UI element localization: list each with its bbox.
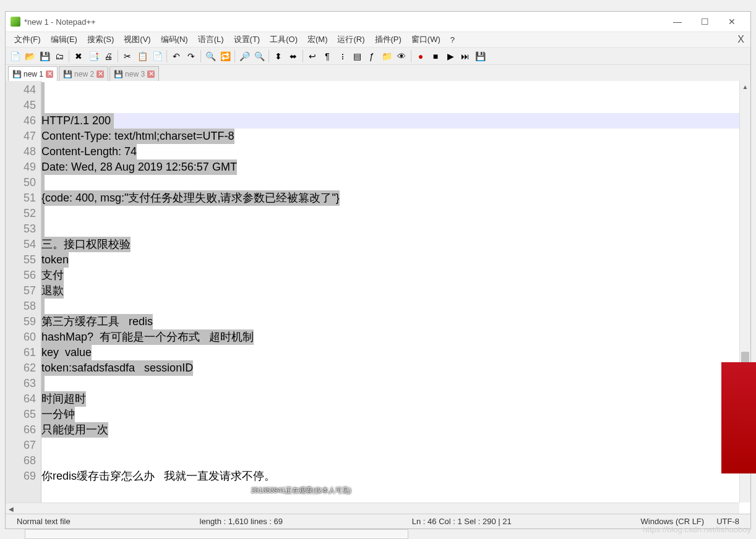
code-line[interactable]: Date: Wed, 28 Aug 2019 12:56:57 GMT: [41, 159, 750, 175]
save-icon[interactable]: 💾: [38, 49, 51, 63]
code-line[interactable]: [41, 221, 750, 237]
stop-macro-icon[interactable]: ■: [429, 49, 442, 63]
wordwrap-icon[interactable]: ↩: [306, 49, 319, 63]
line-number: 63: [6, 376, 36, 391]
separator: [200, 50, 201, 62]
code-line[interactable]: key value: [41, 345, 750, 360]
menu-tools[interactable]: 工具(O): [265, 33, 303, 46]
code-line[interactable]: token: [41, 252, 750, 268]
maximize-button[interactable]: ☐: [691, 13, 718, 30]
line-number: 64: [6, 391, 36, 407]
replace-icon[interactable]: 🔁: [218, 49, 232, 63]
menu-run[interactable]: 运行(R): [332, 33, 369, 46]
app-window: *new 1 - Notepad++ — ☐ ✕ 文件(F) 编辑(E) 搜索(…: [5, 11, 751, 529]
menu-macro[interactable]: 宏(M): [303, 33, 333, 46]
code-line[interactable]: Content-Length: 74: [41, 144, 750, 159]
status-pos: Ln : 46 Col : 1 Sel : 290 | 21: [406, 517, 518, 526]
code-line[interactable]: [41, 206, 750, 221]
func-list-icon[interactable]: ƒ: [365, 49, 379, 63]
editor-area: 4445464748495051525354555657585960616263…: [6, 81, 750, 514]
zoom-in-icon[interactable]: 🔎: [238, 49, 251, 63]
menu-plugins[interactable]: 插件(P): [370, 33, 406, 46]
code-line[interactable]: {code: 400, msg:"支付任务处理失败,请求参数已经被篡改了"}: [41, 190, 750, 206]
code-line[interactable]: [41, 376, 750, 391]
menu-help[interactable]: ?: [445, 34, 460, 46]
code-line[interactable]: 支付: [41, 268, 750, 283]
menu-settings[interactable]: 设置(T): [229, 33, 265, 46]
print-icon[interactable]: 🖨: [101, 49, 115, 63]
tab-new-2[interactable]: 💾new 2✕: [59, 66, 108, 81]
line-number: 69: [6, 469, 36, 484]
code-line[interactable]: 时间超时: [41, 391, 750, 407]
paste-icon[interactable]: 📄: [150, 49, 164, 63]
sync-v-icon[interactable]: ⬍: [272, 49, 285, 63]
redo-icon[interactable]: ↷: [184, 49, 198, 63]
status-mode: Normal text file: [11, 517, 77, 526]
code-line[interactable]: 你redis缓存击穿怎么办 我就一直发请求不停。: [41, 469, 750, 484]
undo-icon[interactable]: ↶: [170, 49, 183, 63]
horizontal-scrollbar[interactable]: ◀: [6, 503, 739, 514]
scroll-up-icon[interactable]: ▲: [740, 81, 750, 92]
menu-encoding[interactable]: 编码(N): [156, 33, 193, 46]
menubar: 文件(F) 编辑(E) 搜索(S) 视图(V) 编码(N) 语言(L) 设置(T…: [6, 32, 750, 48]
tab-close-icon[interactable]: ✕: [147, 70, 155, 78]
cut-icon[interactable]: ✂: [121, 49, 134, 63]
code-line[interactable]: hashMap? 有可能是一个分布式 超时机制: [41, 329, 750, 345]
code-line[interactable]: [41, 82, 750, 98]
tab-close-icon[interactable]: ✕: [46, 70, 53, 78]
sync-h-icon[interactable]: ⬌: [286, 49, 300, 63]
replay-macro-icon[interactable]: ⏭: [458, 49, 472, 63]
tab-close-icon[interactable]: ✕: [97, 70, 104, 78]
save-macro-icon[interactable]: 💾: [473, 49, 487, 63]
code-line[interactable]: token:safadsfasdfa sessionID: [41, 360, 750, 376]
record-macro-icon[interactable]: ●: [414, 49, 427, 63]
code-line[interactable]: 第三方缓存工具 redis: [41, 314, 750, 329]
tab-label: new 2: [74, 70, 94, 79]
save-all-icon[interactable]: 🗂: [53, 49, 66, 63]
menu-search[interactable]: 搜索(S): [82, 33, 119, 46]
separator: [268, 50, 269, 62]
save-status-icon: 💾: [12, 70, 21, 79]
play-macro-icon[interactable]: ▶: [444, 49, 457, 63]
minimize-button[interactable]: —: [664, 13, 691, 30]
new-file-icon[interactable]: 📄: [8, 49, 22, 63]
close-file-icon[interactable]: ✖: [72, 49, 85, 63]
save-status-icon: 💾: [63, 70, 72, 79]
line-number: 55: [6, 252, 36, 268]
code-line[interactable]: 只能使用一次: [41, 422, 750, 438]
folder-icon[interactable]: 📁: [380, 49, 393, 63]
line-number: 58: [6, 299, 36, 314]
doc-map-icon[interactable]: ▤: [350, 49, 364, 63]
code-line[interactable]: Content-Type: text/html;charset=UTF-8: [41, 129, 750, 144]
close-doc-button[interactable]: X: [737, 34, 744, 45]
indent-guide-icon[interactable]: ⫶: [335, 49, 349, 63]
code-line[interactable]: [41, 438, 750, 453]
tab-new-3[interactable]: 💾new 3✕: [110, 66, 159, 81]
code-line[interactable]: [41, 98, 750, 113]
all-chars-icon[interactable]: ¶: [320, 49, 334, 63]
scroll-left-icon[interactable]: ◀: [6, 503, 17, 514]
zoom-out-icon[interactable]: 🔍: [252, 49, 266, 63]
code-line[interactable]: [41, 453, 750, 469]
menu-language[interactable]: 语言(L): [193, 33, 229, 46]
code-line[interactable]: 三。接口权限校验: [41, 237, 750, 252]
find-icon[interactable]: 🔍: [204, 49, 217, 63]
code-line[interactable]: [41, 299, 750, 314]
line-number: 44: [6, 82, 36, 98]
tab-new-1[interactable]: 💾new 1✕: [8, 66, 58, 81]
menu-view[interactable]: 视图(V): [119, 33, 155, 46]
code-line[interactable]: 一分钟: [41, 407, 750, 422]
monitor-icon[interactable]: 👁: [395, 49, 408, 63]
code-line[interactable]: [41, 175, 750, 190]
code-line[interactable]: 退款: [41, 283, 750, 299]
close-button[interactable]: ✕: [718, 13, 745, 30]
code-editor[interactable]: HTTP/1.1 200 Content-Type: text/html;cha…: [41, 81, 750, 514]
close-all-icon[interactable]: 📑: [87, 49, 100, 63]
tabbar: 💾new 1✕💾new 2✕💾new 3✕: [6, 65, 750, 81]
copy-icon[interactable]: 📋: [135, 49, 149, 63]
menu-file[interactable]: 文件(F): [9, 33, 46, 46]
menu-window[interactable]: 窗口(W): [406, 33, 445, 46]
menu-edit[interactable]: 编辑(E): [46, 33, 82, 46]
code-line[interactable]: HTTP/1.1 200: [41, 113, 750, 129]
open-file-icon[interactable]: 📂: [23, 49, 37, 63]
